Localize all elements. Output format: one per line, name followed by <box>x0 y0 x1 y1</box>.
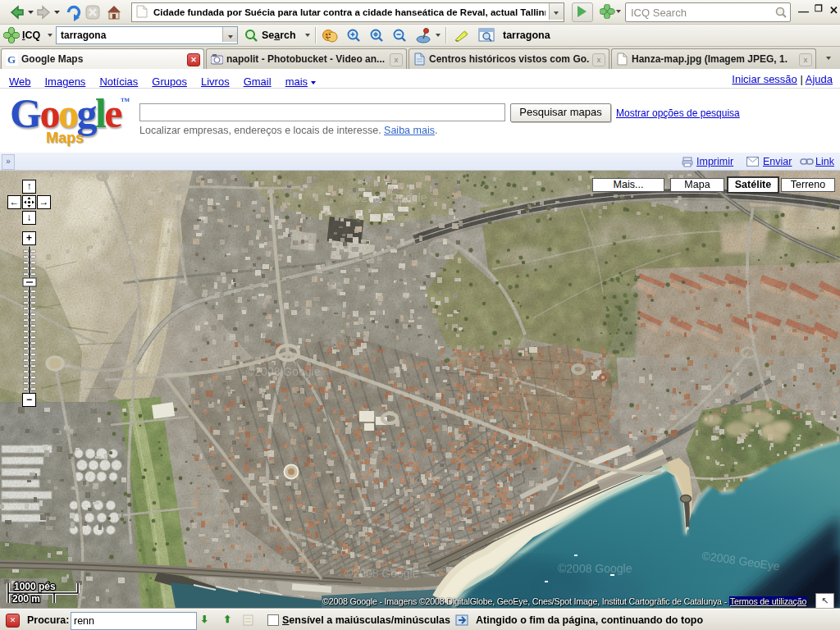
svg-text:G: G <box>7 53 16 66</box>
svg-text:1000 pés: 1000 pés <box>14 581 56 592</box>
svg-text:200 m: 200 m <box>12 593 40 605</box>
svg-text:©2008 Google: ©2008 Google <box>345 567 419 580</box>
svg-text:©2008 Google: ©2008 Google <box>353 191 427 204</box>
svg-text:©2008 Google: ©2008 Google <box>246 365 321 378</box>
svg-text:©2008 Google: ©2008 Google <box>558 562 632 575</box>
